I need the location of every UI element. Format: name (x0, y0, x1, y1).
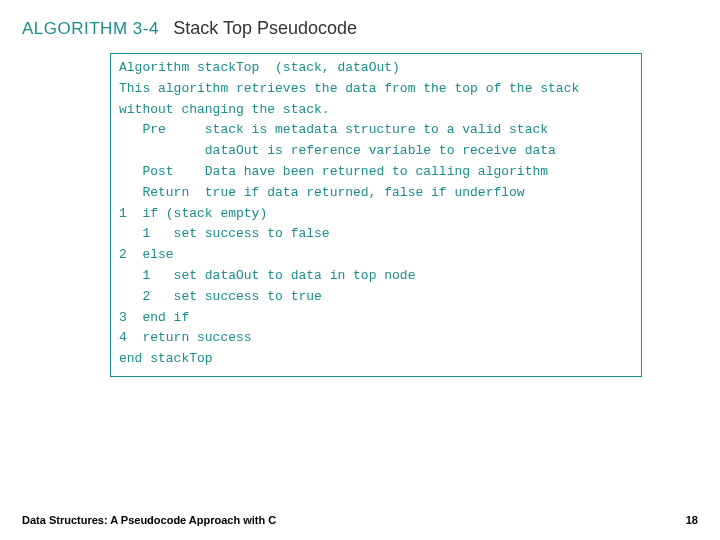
code-line: 1 if (stack empty) (119, 204, 633, 225)
footer-page-number: 18 (686, 514, 698, 526)
code-line: 2 set success to true (119, 287, 633, 308)
algorithm-number: ALGORITHM 3-4 (22, 19, 159, 39)
code-line: 1 set dataOut to data in top node (119, 266, 633, 287)
algorithm-title: Stack Top Pseudocode (173, 18, 357, 39)
footer-book-title: Data Structures: A Pseudocode Approach w… (22, 514, 276, 526)
code-line: end stackTop (119, 349, 633, 370)
code-line: Algorithm stackTop (stack, dataOut) (119, 58, 633, 79)
code-line: dataOut is reference variable to receive… (119, 141, 633, 162)
code-line: Pre stack is metadata structure to a val… (119, 120, 633, 141)
code-line: This algorithm retrieves the data from t… (119, 79, 633, 100)
code-line: 4 return success (119, 328, 633, 349)
pseudocode-box: Algorithm stackTop (stack, dataOut) This… (110, 53, 642, 377)
code-line: without changing the stack. (119, 100, 633, 121)
code-line: 1 set success to false (119, 224, 633, 245)
slide-footer: Data Structures: A Pseudocode Approach w… (22, 514, 698, 526)
algorithm-header: ALGORITHM 3-4 Stack Top Pseudocode (0, 0, 720, 39)
code-line: 2 else (119, 245, 633, 266)
code-line: 3 end if (119, 308, 633, 329)
code-line: Post Data have been returned to calling … (119, 162, 633, 183)
code-line: Return true if data returned, false if u… (119, 183, 633, 204)
